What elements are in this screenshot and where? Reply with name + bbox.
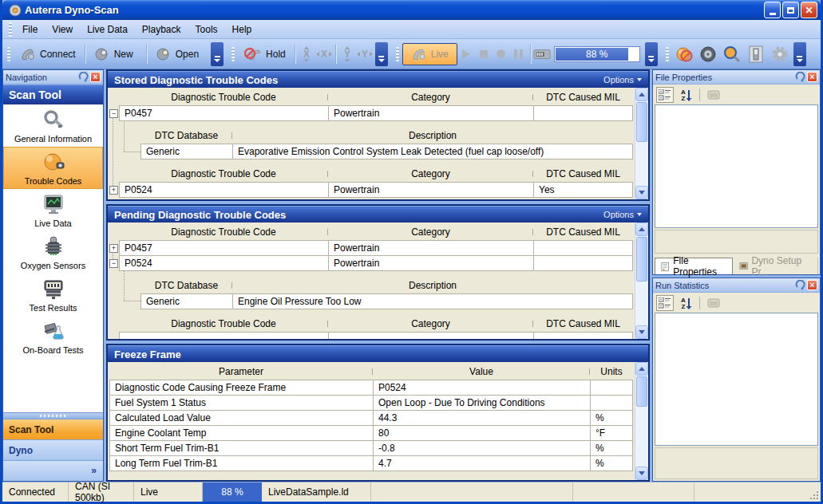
open-button[interactable]: Open: [149, 44, 209, 65]
column-header[interactable]: Category: [328, 318, 533, 329]
alphabetical-sort-button[interactable]: A Z: [677, 87, 694, 103]
column-header[interactable]: DTC Caused MIL: [533, 92, 633, 103]
menu-tools[interactable]: Tools: [188, 22, 225, 37]
pin-icon[interactable]: [795, 72, 805, 82]
scroll-down-button[interactable]: [635, 467, 648, 480]
tab-file-properties[interactable]: File Properties: [655, 258, 733, 274]
collapse-expander-icon[interactable]: −: [109, 259, 118, 268]
toolbar-overflow-chevron[interactable]: [375, 42, 388, 66]
file-properties-close-icon[interactable]: ×: [807, 72, 817, 82]
tab-dyno-setup-properties[interactable]: Dyno Setup Pr...: [734, 258, 818, 274]
hold-button[interactable]: Hold: [238, 43, 292, 65]
scroll-up-button[interactable]: [635, 362, 648, 376]
table-row[interactable]: + P0457 Powertrain: [119, 240, 633, 256]
sidebar-item-live-data[interactable]: Live Data: [3, 189, 103, 231]
new-button[interactable]: New: [88, 44, 144, 65]
alphabetical-sort-button[interactable]: A Z: [677, 295, 694, 311]
toolbar-grip[interactable]: [231, 47, 235, 61]
nav-footer-overflow[interactable]: »: [3, 460, 103, 481]
sidebar-item-general-information[interactable]: General Information: [3, 104, 103, 147]
pin-icon[interactable]: [78, 72, 89, 82]
close-button[interactable]: ✕: [801, 2, 817, 18]
column-header[interactable]: DTC Caused MIL: [533, 226, 633, 238]
pin-icon[interactable]: [795, 280, 805, 290]
pause-button[interactable]: [510, 45, 528, 63]
nav-splitter-handle[interactable]: [3, 412, 103, 419]
toolbar-grip[interactable]: [396, 47, 399, 61]
freeze-vertical-scrollbar[interactable]: [635, 362, 648, 480]
column-header[interactable]: Description: [232, 130, 633, 141]
clear-codes-button[interactable]: [672, 45, 696, 63]
run-statistics-close-icon[interactable]: ×: [807, 280, 817, 290]
column-header[interactable]: Category: [328, 226, 533, 238]
run-statistics-list[interactable]: [655, 313, 818, 446]
property-pages-button[interactable]: [705, 87, 722, 103]
menubar-grip[interactable]: [9, 22, 12, 37]
file-properties-list[interactable]: [655, 104, 818, 228]
table-row[interactable]: Calculated Load Value 44.3 %: [109, 410, 633, 426]
scroll-down-button[interactable]: [635, 325, 648, 339]
minimize-button[interactable]: [764, 2, 781, 18]
scan-search-button[interactable]: [720, 45, 744, 63]
table-row[interactable]: [119, 332, 633, 339]
menu-view[interactable]: View: [45, 22, 80, 37]
nav-footer-dyno[interactable]: Dyno: [3, 439, 103, 460]
column-header[interactable]: DTC Database: [140, 280, 232, 291]
y-axis-fit-button[interactable]: Y: [356, 45, 374, 63]
y-axis-zoom-button[interactable]: Y: [338, 45, 356, 63]
sidebar-item-on-board-tests[interactable]: On-Board Tests: [3, 316, 103, 358]
scroll-up-button[interactable]: [635, 222, 648, 236]
table-row[interactable]: Fuel System 1 Status Open Loop - Due To …: [109, 395, 633, 411]
buffer-gauge-button[interactable]: [533, 45, 551, 63]
menu-live-data[interactable]: Live Data: [80, 22, 135, 37]
connect-button[interactable]: Connect: [14, 44, 82, 65]
toolbar-grip[interactable]: [666, 47, 669, 61]
menu-playback[interactable]: Playback: [135, 22, 188, 37]
scrollbar-thumb[interactable]: [636, 102, 647, 142]
title-bar[interactable]: Auterra Dyno-Scan ✕: [2, 0, 821, 20]
switch-panel-button[interactable]: [744, 45, 768, 63]
categorized-view-button[interactable]: + +: [656, 295, 674, 311]
live-toggle-button[interactable]: Live: [402, 43, 457, 65]
table-row[interactable]: Long Term Fuel Trim-B1 4.7 %: [109, 455, 633, 471]
collapse-expander-icon[interactable]: −: [109, 109, 118, 118]
table-row[interactable]: Diagnostic Code Causing Freeze Frame P05…: [109, 380, 633, 396]
stored-options-button[interactable]: Options: [603, 75, 642, 85]
toolbar-overflow-chevron[interactable]: [793, 42, 806, 66]
maximize-button[interactable]: [782, 2, 799, 18]
scrollbar-thumb[interactable]: [636, 376, 647, 407]
x-axis-zoom-button[interactable]: X: [298, 45, 315, 63]
column-header[interactable]: Category: [328, 168, 533, 179]
table-row[interactable]: + P0524 Powertrain Yes: [119, 182, 633, 198]
table-row[interactable]: Engine Coolant Temp 80 °F: [109, 425, 633, 441]
column-header[interactable]: Parameter: [109, 366, 373, 377]
stored-vertical-scrollbar[interactable]: [635, 88, 648, 199]
column-header[interactable]: DTC Caused MIL: [533, 168, 633, 179]
nav-footer-scan-tool[interactable]: Scan Tool: [3, 419, 103, 439]
menu-help[interactable]: Help: [225, 22, 259, 37]
scroll-up-button[interactable]: [635, 88, 648, 101]
table-row[interactable]: Generic Engine Oil Pressure Too Low: [140, 293, 633, 309]
pending-options-button[interactable]: Options: [603, 210, 642, 219]
x-axis-fit-button[interactable]: X: [315, 45, 333, 63]
table-row[interactable]: Short Term Fuel Trim-B1 -0.8 %: [109, 440, 633, 456]
toolbar-grip[interactable]: [7, 47, 10, 61]
sidebar-item-oxygen-sensors[interactable]: Oxygen Sensors: [3, 231, 103, 274]
toolbar-overflow-chevron[interactable]: [645, 42, 658, 66]
pending-vertical-scrollbar[interactable]: [635, 222, 648, 339]
play-button[interactable]: [457, 45, 475, 63]
categorized-view-button[interactable]: + +: [656, 87, 674, 103]
toolbar-overflow-chevron[interactable]: [211, 42, 224, 66]
column-header[interactable]: Value: [373, 366, 590, 377]
column-header[interactable]: Diagnostic Trouble Code: [119, 318, 328, 329]
expand-expander-icon[interactable]: +: [109, 186, 118, 195]
settings-button[interactable]: [768, 45, 792, 63]
record-button[interactable]: [493, 45, 510, 63]
scrollbar-thumb[interactable]: [636, 237, 647, 282]
column-header[interactable]: Category: [328, 92, 533, 103]
sidebar-item-trouble-codes[interactable]: Trouble Codes: [3, 147, 103, 189]
stop-button[interactable]: [475, 45, 493, 63]
menu-file[interactable]: File: [15, 22, 45, 37]
table-row[interactable]: − P0524 Powertrain: [119, 255, 633, 271]
column-header[interactable]: DTC Database: [140, 130, 232, 141]
